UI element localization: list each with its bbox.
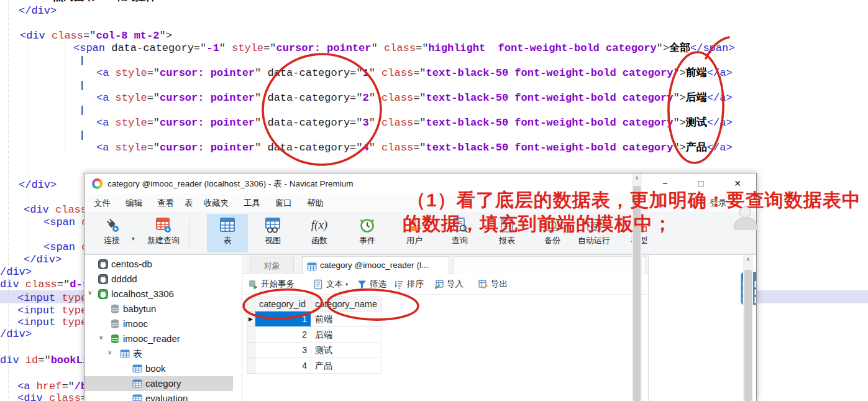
code-line: <input type [17, 305, 87, 317]
code-segment-pipe: | [79, 80, 85, 91]
toolbar-label: 视图 [255, 235, 290, 246]
expander-icon[interactable]: ∨ [88, 289, 92, 296]
text-dropdown-caret[interactable]: ▾ [345, 282, 348, 287]
code-segment-pun: " [369, 117, 381, 129]
toolbar-function-button[interactable]: f(x)函数 [302, 214, 337, 252]
tab-category-table[interactable]: category @imooc_reader (l... [302, 256, 449, 275]
code-segment-val: cursor: pointer [160, 92, 255, 104]
tree-item-category[interactable]: category [85, 376, 233, 391]
expander-icon[interactable]: ∨ [99, 334, 103, 341]
new-query-icon [155, 216, 172, 234]
avatar-head [739, 206, 751, 218]
code-segment-val: cursor: pointer [160, 117, 255, 129]
grid-cell[interactable]: 后端 [311, 327, 381, 343]
code-line: <a style="cursor: pointer" data-category… [96, 67, 733, 80]
code-line: <div class= [24, 204, 93, 216]
menu-view[interactable]: 查看 [150, 198, 181, 209]
code-segment-tag: </div> [19, 5, 57, 17]
code-line: <span data-category="-1" style="cursor: … [73, 42, 734, 55]
code-line: <span c [43, 241, 88, 254]
tab-objects[interactable]: 对象 [250, 257, 294, 274]
code-line: /div> [0, 328, 32, 341]
connection-dropdown-caret[interactable]: ▾ [132, 236, 135, 242]
menu-file[interactable]: 文件 [86, 198, 118, 209]
table-toolbar-filter-button[interactable]: 筛选 [357, 274, 386, 294]
toolbar-table-button[interactable]: 表 [207, 214, 248, 252]
menu-tools[interactable]: 工具 [236, 198, 268, 209]
code-line: </div> [24, 254, 62, 266]
toolbar-connection-button[interactable]: 连接 [94, 214, 129, 252]
grid-cell[interactable]: 1 [255, 311, 311, 327]
code-segment-tag: <span [43, 216, 81, 228]
toolbar-label: 表 [207, 235, 248, 246]
table-toolbar-import-button[interactable]: 导入 [434, 274, 464, 294]
object-info-panel: i DDL categ 表 行 4 引擎 InnoDB [649, 255, 756, 401]
avatar [734, 206, 759, 230]
record-selector[interactable] [247, 343, 255, 358]
code-segment-pun: =" [57, 279, 70, 290]
code-segment-val: text-black-50 font-weight-bold category [426, 142, 674, 154]
code-segment-tag: <a [17, 380, 37, 392]
menu-favorites[interactable]: 收藏夹 [196, 198, 237, 209]
table-toolbar-label: 导入 [447, 279, 464, 290]
tree-item-imooc[interactable]: imooc [85, 316, 233, 331]
code-segment-pipe: | [79, 129, 85, 141]
info-scrollbar-thumb[interactable] [744, 270, 752, 401]
connection-tree: centos-dbddddd∨localhost_3306babytunimoo… [85, 255, 242, 401]
code-segment-battr: data-category [267, 92, 350, 104]
tbl-icon [120, 349, 130, 359]
record-selector[interactable]: ▶ [247, 311, 255, 327]
grid-cell[interactable]: 产品 [311, 358, 381, 374]
menu-table[interactable]: 表 [181, 198, 196, 209]
tree-item-localhost-3306[interactable]: ∨localhost_3306 [85, 287, 233, 302]
tree-item-ddddd[interactable]: ddddd [85, 272, 233, 287]
table-toolbar-begin-transaction-button[interactable]: 开始事务 [248, 274, 295, 294]
grid-cell[interactable]: 2 [255, 327, 311, 343]
grid-cell[interactable]: 4 [255, 358, 311, 374]
tree-item-book[interactable]: book [85, 361, 233, 376]
tree-item-evaluation[interactable]: evaluation [85, 391, 233, 401]
column-header-category_id[interactable]: category_id [255, 297, 311, 311]
menu-edit[interactable]: 编辑 [118, 198, 150, 209]
code-line: </div> [19, 179, 57, 191]
code-segment-pun: =" [83, 30, 96, 42]
menu-help[interactable]: 帮助 [299, 198, 331, 209]
tree-item-imooc-reader[interactable]: ∨imooc_reader [85, 331, 233, 346]
code-line: <a style="cursor: pointer" data-category… [96, 117, 733, 129]
toolbar-event-button[interactable]: 事件 [350, 214, 385, 252]
table-toolbar-text-button[interactable]: 文本▾ [313, 274, 348, 294]
code-segment-pun: =" [350, 92, 362, 104]
code-segment-val: bookLi [51, 354, 89, 366]
table-toolbar-export-button[interactable]: 导出 [478, 274, 508, 294]
pane-divider[interactable] [242, 255, 242, 401]
table-toolbar-sort-button[interactable]: 排序 [394, 274, 424, 294]
code-line: <div class="col-8 mt-2"> [20, 30, 172, 42]
tree-item-centos-db[interactable]: centos-db [85, 257, 233, 272]
column-header-category_name[interactable]: category_name [311, 297, 381, 311]
code-line: <div class= [17, 392, 87, 401]
grid-cell[interactable]: 前端 [311, 311, 381, 327]
tree-item-tables-folder[interactable]: ∨表 [85, 346, 233, 361]
table-toolbar: 开始事务文本▾筛选排序导入导出 [243, 274, 648, 295]
info-panel-scrollbar[interactable]: ∧ [743, 255, 753, 401]
code-segment-tag: <a [96, 142, 116, 154]
tree-item-label: centos-db [111, 259, 152, 269]
tree-item-label: 表 [133, 348, 142, 360]
code-line: <input type [17, 316, 87, 329]
grid-cell[interactable]: 3 [255, 343, 311, 358]
tree-item-babytun[interactable]: babytun [85, 302, 233, 316]
text-icon [313, 279, 324, 290]
expander-icon[interactable]: ∨ [107, 349, 112, 356]
scroll-up-icon[interactable]: ∧ [743, 256, 753, 262]
code-segment-pun: "> [657, 42, 669, 54]
toolbar-view-button[interactable]: 视图 [255, 214, 290, 252]
code-segment-tag: div [0, 354, 25, 366]
toolbar-new-query-button[interactable]: 新建查询 [142, 214, 185, 252]
record-selector[interactable] [247, 358, 255, 374]
record-selector[interactable] [247, 327, 255, 343]
menu-window[interactable]: 窗口 [268, 198, 299, 209]
grid-cell[interactable]: 测试 [311, 343, 381, 358]
scroll-up-icon[interactable]: ∧ [632, 175, 642, 181]
navicat-app-icon [92, 178, 103, 189]
table-toolbar-label: 排序 [407, 279, 424, 290]
